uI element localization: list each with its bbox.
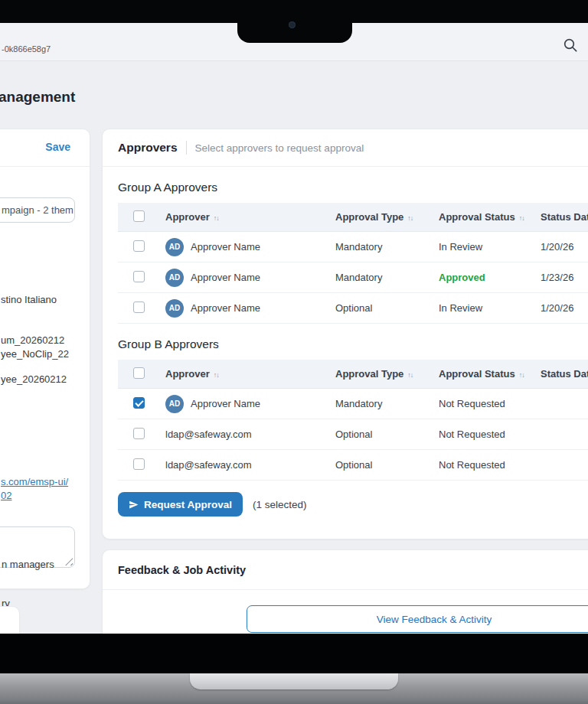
left-details-panel: Save mpaign - 2 them stino Italiano um_2…	[0, 129, 90, 589]
file-name-text-3: yee_20260212	[1, 373, 67, 385]
feedback-title: Feedback & Job Activity	[118, 564, 246, 576]
approval-status: Not Requested	[439, 459, 541, 471]
page-title: anagement	[0, 89, 75, 106]
approval-type: Optional	[335, 302, 439, 314]
file-name-text-1: um_20260212	[1, 334, 64, 346]
column-approval-status[interactable]: Approval Status↑↓	[439, 368, 541, 380]
approval-status: In Review	[439, 241, 541, 253]
webcam-notch	[237, 0, 352, 43]
select-all-checkbox[interactable]	[133, 210, 145, 222]
notes-textarea[interactable]: n managers ry	[0, 526, 75, 568]
column-approver[interactable]: Approver↑↓	[165, 368, 335, 380]
approver-name: Approver Name	[191, 241, 260, 253]
laptop-hinge	[190, 673, 398, 689]
column-status-date[interactable]: Status Date↑↓	[541, 211, 588, 223]
approver-name: ldap@safeway.com	[165, 429, 252, 440]
header-divider	[186, 141, 187, 155]
select-all-checkbox[interactable]	[133, 367, 145, 379]
sort-icon[interactable]: ↑↓	[214, 371, 219, 379]
approval-status: Not Requested	[439, 398, 541, 409]
search-icon[interactable]	[562, 37, 580, 55]
approvers-title: Approvers	[118, 141, 178, 155]
row-checkbox[interactable]	[133, 428, 145, 439]
column-approval-type[interactable]: Approval Type↑↓	[335, 368, 439, 380]
sort-icon[interactable]: ↑↓	[407, 371, 413, 379]
webcam-icon	[289, 21, 296, 28]
sort-icon[interactable]: ↑↓	[407, 214, 413, 222]
save-button[interactable]: Save	[45, 141, 70, 153]
table-row: ADApprover Name Mandatory In Review 1/20…	[118, 232, 588, 262]
approver-name: Approver Name	[191, 302, 260, 314]
approvers-subtitle: Select approvers to request approval	[195, 142, 364, 154]
column-approval-type[interactable]: Approval Type↑↓	[335, 211, 439, 223]
approval-type: Optional	[335, 459, 439, 471]
group-b-title: Group B Approvers	[118, 337, 588, 351]
group-a-table: Approver↑↓ Approval Type↑↓ Approval Stat…	[118, 203, 588, 324]
row-checkbox[interactable]	[133, 397, 145, 409]
approver-name: Approver Name	[191, 272, 260, 283]
session-id-text: -0k866e58g7	[2, 44, 51, 54]
approver-name: Approver Name	[191, 398, 260, 409]
column-approval-status[interactable]: Approval Status↑↓	[439, 211, 541, 223]
owner-name-text: stino Italiano	[1, 294, 57, 305]
status-date: 1/20/26	[541, 302, 588, 314]
approvers-header: Approvers Select approvers to request ap…	[103, 129, 588, 167]
row-checkbox[interactable]	[133, 240, 145, 252]
request-approval-button[interactable]: Request Approval	[118, 492, 243, 517]
avatar: AD	[165, 269, 184, 287]
sort-icon[interactable]: ↑↓	[214, 214, 219, 222]
table-row: ADApprover Name Mandatory Approved 1/23/…	[118, 262, 588, 293]
table-header-row: Approver↑↓ Approval Type↑↓ Approval Stat…	[118, 360, 588, 389]
view-feedback-button[interactable]: View Feedback & Activity	[247, 605, 588, 633]
approvers-panel: Approvers Select approvers to request ap…	[102, 129, 588, 539]
laptop-bottom-bezel	[0, 634, 588, 673]
table-row: ldap@safeway.com Optional Not Requested	[118, 450, 588, 481]
feedback-header: Feedback & Job Activity	[103, 550, 588, 590]
approval-type: Optional	[335, 429, 439, 440]
campaign-select[interactable]: mpaign - 2 them	[0, 197, 75, 223]
avatar: AD	[165, 299, 184, 318]
table-header-row: Approver↑↓ Approval Type↑↓ Approval Stat…	[118, 203, 588, 232]
send-icon	[129, 500, 139, 510]
approval-status: Approved	[439, 272, 541, 283]
approval-type: Mandatory	[335, 398, 439, 409]
table-row: ADApprover Name Optional In Review 1/20/…	[118, 293, 588, 324]
avatar: AD	[165, 238, 184, 256]
approval-type: Mandatory	[335, 241, 439, 253]
emsp-link-line-1[interactable]: s.com/emsp-ui/	[1, 476, 68, 487]
approval-type: Mandatory	[335, 272, 439, 283]
laptop-stand	[0, 673, 588, 704]
sort-icon[interactable]: ↑↓	[519, 214, 524, 222]
status-date: 1/23/26	[541, 272, 588, 283]
avatar: AD	[165, 395, 184, 413]
notes-line-1: n managers	[2, 558, 70, 571]
group-a-title: Group A Approvers	[118, 181, 588, 194]
row-checkbox[interactable]	[133, 271, 145, 282]
request-approval-row: Request Approval (1 selected)	[118, 492, 588, 517]
left-panel-header: Save	[0, 129, 90, 167]
approver-name: ldap@safeway.com	[165, 459, 252, 471]
file-name-text-2: yee_NoClip_22	[1, 348, 69, 360]
table-row: ldap@safeway.com Optional Not Requested	[118, 419, 588, 450]
row-checkbox[interactable]	[133, 458, 145, 470]
row-checkbox[interactable]	[133, 301, 145, 313]
table-row: ADApprover Name Mandatory Not Requested	[118, 389, 588, 419]
status-date: 1/20/26	[541, 241, 588, 253]
emsp-link-line-2[interactable]: 02	[1, 490, 11, 501]
column-status-date[interactable]: Status Date↑↓	[541, 368, 588, 380]
approval-status: In Review	[439, 302, 541, 314]
approval-status: Not Requested	[439, 429, 541, 440]
column-approver[interactable]: Approver↑↓	[165, 211, 335, 223]
selected-count-text: (1 selected)	[253, 499, 307, 510]
sort-icon[interactable]: ↑↓	[519, 371, 524, 379]
group-b-table: Approver↑↓ Approval Type↑↓ Approval Stat…	[118, 360, 588, 481]
